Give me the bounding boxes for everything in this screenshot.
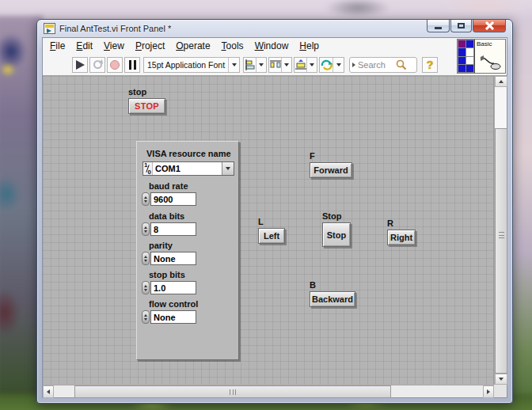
toolbar: 15pt Application Font bbox=[43, 54, 507, 76]
increment-decrement-icon[interactable] bbox=[142, 310, 150, 324]
scrollbar-grip-icon bbox=[499, 232, 504, 238]
resize-objects-button[interactable] bbox=[294, 57, 317, 73]
menu-project[interactable]: Project bbox=[130, 39, 170, 53]
visa-resource-dropdown[interactable]: 1 0 COM1 bbox=[142, 161, 234, 176]
distribute-objects-button[interactable] bbox=[268, 57, 292, 73]
abort-button[interactable] bbox=[107, 57, 123, 73]
parity-field[interactable]: None bbox=[150, 252, 196, 265]
window-client-area: File Edit View Project Operate Tools Win… bbox=[42, 37, 507, 398]
chevron-down-icon[interactable] bbox=[256, 58, 266, 72]
data-bits-field[interactable]: 8 bbox=[150, 222, 196, 236]
right-button[interactable]: Right bbox=[387, 230, 416, 245]
chevron-down-icon[interactable] bbox=[332, 58, 344, 72]
vertical-scrollbar-thumb[interactable] bbox=[495, 128, 507, 374]
io-type-icon: 1 0 bbox=[143, 162, 153, 175]
increment-decrement-icon[interactable] bbox=[142, 281, 150, 294]
flow-control-label: flow control bbox=[149, 299, 238, 309]
pause-icon bbox=[129, 60, 136, 70]
parity-control: parity None bbox=[137, 241, 238, 265]
scroll-down-button[interactable] bbox=[495, 374, 507, 385]
stop-control-group: stop STOP bbox=[128, 87, 165, 114]
flow-control-field[interactable]: None bbox=[150, 310, 196, 324]
help-icon: ? bbox=[427, 59, 434, 71]
menu-window[interactable]: Window bbox=[249, 39, 294, 53]
run-continuously-icon bbox=[93, 60, 102, 69]
menu-tools[interactable]: Tools bbox=[216, 39, 249, 53]
scroll-up-button[interactable] bbox=[495, 76, 507, 87]
menu-file[interactable]: File bbox=[44, 39, 70, 53]
stop-bits-label: stop bits bbox=[149, 270, 238, 279]
close-icon bbox=[485, 21, 494, 30]
horizontal-scrollbar[interactable] bbox=[43, 385, 494, 397]
visa-config-cluster: VISA resource name 1 0 COM1 baud rate 96… bbox=[136, 141, 239, 360]
search-icon bbox=[396, 59, 407, 70]
increment-decrement-icon[interactable] bbox=[142, 192, 150, 206]
stop-bits-field[interactable]: 1.0 bbox=[150, 281, 196, 294]
distribute-objects-icon bbox=[270, 59, 281, 70]
chevron-down-icon[interactable] bbox=[281, 58, 291, 72]
close-button[interactable] bbox=[473, 20, 506, 32]
scrollbar-grip-icon bbox=[230, 389, 236, 395]
chevron-down-icon[interactable] bbox=[306, 58, 317, 72]
stop-control-button[interactable]: STOP bbox=[128, 98, 165, 114]
titlebar[interactable]: Final AntTest.vi Front Panel * bbox=[37, 20, 512, 37]
right-control-group: R Right bbox=[387, 218, 416, 245]
vi-icon-block[interactable]: Basic bbox=[457, 39, 506, 74]
align-objects-button[interactable] bbox=[243, 57, 267, 73]
front-panel-canvas[interactable]: stop STOP VISA resource name 1 0 COM1 ba… bbox=[43, 76, 494, 385]
chevron-down-icon[interactable] bbox=[228, 58, 239, 72]
backward-control-group: B Backward bbox=[310, 280, 355, 307]
backward-button[interactable]: Backward bbox=[310, 291, 355, 307]
forward-caption: F bbox=[310, 151, 352, 161]
search-scope-icon[interactable] bbox=[352, 63, 355, 67]
minimize-icon bbox=[435, 27, 442, 29]
search-input[interactable] bbox=[358, 60, 396, 70]
forward-button[interactable]: Forward bbox=[310, 162, 352, 178]
scroll-left-button[interactable] bbox=[43, 385, 54, 398]
minimize-button[interactable] bbox=[427, 20, 450, 32]
menu-operate[interactable]: Operate bbox=[170, 39, 215, 53]
scroll-right-button[interactable] bbox=[483, 385, 494, 398]
dropdown-arrow-icon[interactable] bbox=[222, 162, 234, 175]
connector-pane-icon bbox=[458, 40, 474, 73]
left-caption: L bbox=[258, 217, 285, 226]
horizontal-scrollbar-thumb[interactable] bbox=[74, 385, 391, 398]
scrollbar-corner bbox=[494, 385, 507, 397]
pause-button[interactable] bbox=[124, 57, 140, 73]
visa-resource-value: COM1 bbox=[153, 164, 222, 173]
stop-motion-caption: Stop bbox=[322, 211, 351, 221]
vi-icon-label: Basic bbox=[477, 40, 492, 47]
vi-icon: Basic bbox=[474, 40, 505, 73]
increment-decrement-icon[interactable] bbox=[142, 222, 150, 236]
menu-edit[interactable]: Edit bbox=[70, 39, 98, 53]
align-objects-icon bbox=[245, 59, 256, 70]
labview-front-panel-window: Final AntTest.vi Front Panel * File Edit… bbox=[36, 19, 513, 404]
stop-bits-control: stop bits 1.0 bbox=[137, 270, 238, 294]
parity-label: parity bbox=[149, 241, 238, 250]
forward-control-group: F Forward bbox=[310, 151, 352, 178]
left-button[interactable]: Left bbox=[258, 228, 285, 244]
baud-rate-label: baud rate bbox=[149, 181, 238, 191]
baud-rate-field[interactable]: 9600 bbox=[150, 192, 196, 206]
increment-decrement-icon[interactable] bbox=[142, 252, 150, 265]
help-button[interactable]: ? bbox=[422, 57, 438, 73]
reorder-button[interactable] bbox=[319, 57, 344, 73]
visa-resource-caption: VISA resource name bbox=[146, 149, 231, 158]
vertical-scrollbar[interactable] bbox=[494, 76, 507, 385]
stop-motion-button[interactable]: Stop bbox=[322, 222, 351, 247]
data-bits-control: data bits 8 bbox=[137, 211, 238, 236]
backward-caption: B bbox=[310, 280, 355, 290]
menu-view[interactable]: View bbox=[98, 39, 130, 53]
arrow-down-icon bbox=[499, 378, 504, 381]
labview-app-icon bbox=[44, 23, 55, 34]
run-continuously-button[interactable] bbox=[89, 57, 105, 73]
font-selector[interactable]: 15pt Application Font bbox=[143, 57, 240, 73]
arrow-right-icon bbox=[487, 389, 490, 394]
maximize-button[interactable] bbox=[450, 20, 472, 32]
run-icon bbox=[76, 60, 85, 70]
stop-control-caption: stop bbox=[128, 87, 165, 97]
search-box[interactable] bbox=[349, 57, 417, 73]
resize-objects-icon bbox=[295, 59, 306, 70]
run-button[interactable] bbox=[72, 57, 88, 73]
menu-help[interactable]: Help bbox=[294, 39, 325, 53]
